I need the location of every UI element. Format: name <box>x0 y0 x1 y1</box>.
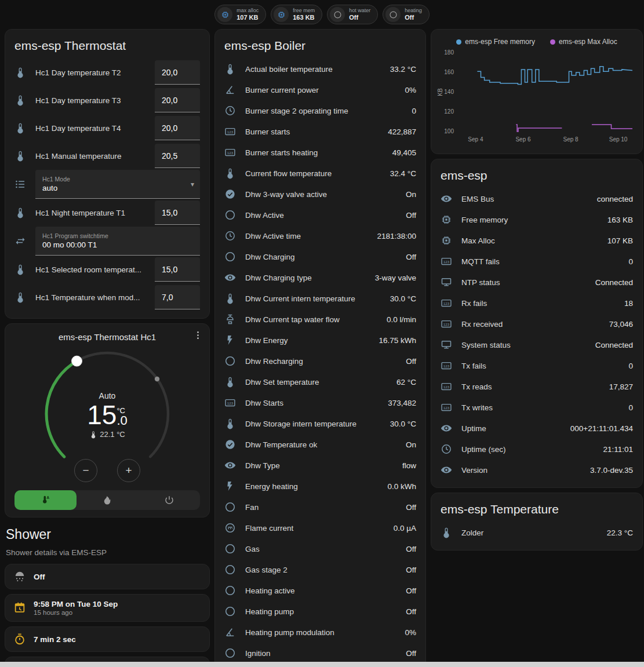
left-column: ems-esp Thermostat Hc1 Day temperature T… <box>5 29 210 667</box>
entity-value: 22.3 °C <box>607 529 633 537</box>
number-input[interactable]: 20,5 <box>155 144 200 168</box>
entity-row[interactable]: EMS Busconnected <box>441 188 633 209</box>
entity-row: Hc1 Day temperature T420,0 <box>14 114 200 142</box>
entity-row[interactable]: Actual boiler temperature33.2 °C <box>224 59 416 79</box>
entity-row[interactable]: IgnitionOff <box>224 643 416 664</box>
entity-row[interactable]: Zolder22.3 °C <box>441 522 633 543</box>
svg-text:123: 123 <box>443 322 450 326</box>
mode-button-heat[interactable] <box>77 490 139 510</box>
number-input[interactable]: 15,0 <box>155 257 200 282</box>
entity-row[interactable]: 123Tx fails0 <box>441 355 633 376</box>
entity-row[interactable]: Max Alloc107 KB <box>441 230 633 251</box>
entity-label: Fan <box>245 503 398 512</box>
entity-row[interactable]: Dhw Storage intern temperature30.0 °C <box>224 413 416 434</box>
entity-label: Energy heating <box>245 482 379 491</box>
thermometer-icon <box>14 291 27 303</box>
entity-row[interactable]: Uptime000+21:11:01.434 <box>441 418 633 439</box>
increase-temp-button[interactable]: + <box>117 459 140 482</box>
text-input[interactable]: Hc1 Program switchtime00 mo 00:00 T1 <box>35 227 200 256</box>
entity-label: Burner current power <box>245 86 396 94</box>
entity-value: 33.2 °C <box>390 65 416 74</box>
entity-row: Hc1 Night temperature T115,0 <box>14 199 200 227</box>
badge-heating[interactable]: heatingOff <box>383 5 430 24</box>
horizontal-scrollbar[interactable] <box>0 662 644 667</box>
entity-row[interactable]: 123Rx received73,046 <box>441 314 633 334</box>
mode-select[interactable]: Hc1 Modeauto▾ <box>35 170 200 199</box>
entity-row[interactable]: Dhw Current tap water flow0.0 l/min <box>224 309 416 330</box>
number-input[interactable]: 20,0 <box>155 60 200 85</box>
entity-row[interactable]: 123Tx reads17,827 <box>441 376 633 397</box>
chip-icon <box>441 214 453 225</box>
thermometer-icon <box>14 207 27 218</box>
entity-label: Max Alloc <box>461 236 599 245</box>
entity-row[interactable]: Dhw RechargingOff <box>224 351 416 371</box>
number-input[interactable]: 20,0 <box>155 88 200 112</box>
network-icon <box>441 339 453 351</box>
entity-row[interactable]: Dhw ChargingOff <box>224 246 416 267</box>
entity-row[interactable]: 123Tx writes0 <box>441 397 633 418</box>
eye-icon <box>441 464 453 476</box>
entity-row[interactable]: Version3.7.0-dev.35 <box>441 460 633 480</box>
entity-row[interactable]: 123Burner starts422,887 <box>224 121 416 142</box>
entity-label: Rx received <box>461 320 601 329</box>
more-options-icon[interactable] <box>192 330 203 343</box>
entity-row[interactable]: Energy heating0.0 kWh <box>224 476 416 497</box>
badge-free-mem[interactable]: free mem163 KB <box>271 5 322 24</box>
entity-row[interactable]: 123Rx fails18 <box>441 293 633 314</box>
entity-row[interactable]: 123Burner starts heating49,405 <box>224 142 416 163</box>
entity-label: Dhw Temperature ok <box>245 440 398 449</box>
number-input[interactable]: 7,0 <box>155 285 200 309</box>
entity-row[interactable]: Burner current power0% <box>224 79 416 100</box>
temperature-rows: Zolder22.3 °C <box>441 522 633 543</box>
badge-hot-water[interactable]: hot waterOff <box>327 5 378 24</box>
entity-value: 49,405 <box>392 148 416 157</box>
shower-last-card[interactable]: 9:58 PM on Tue 10 Sep 15 hours ago <box>5 594 210 622</box>
entity-value: 163 KB <box>607 216 633 224</box>
entity-row[interactable]: Dhw Set temperature62 °C <box>224 371 416 392</box>
shower-icon <box>13 570 26 583</box>
entity-row[interactable]: Dhw Active time2181:38:00 <box>224 225 416 246</box>
right-column: ems-esp Free memoryems-esp Max Alloc 100… <box>431 29 643 551</box>
entity-row[interactable]: 123MQTT fails0 <box>441 251 633 272</box>
entity-row[interactable]: Dhw Energy16.75 kWh <box>224 330 416 351</box>
mode-button-off[interactable] <box>138 490 200 510</box>
entity-row[interactable]: 123Dhw Starts373,482 <box>224 392 416 413</box>
entity-label: Dhw Current intern temperature <box>245 294 382 303</box>
entity-value: 0 <box>628 257 633 266</box>
entity-row: Hc1 Manual temperature20,5 <box>14 142 200 170</box>
legend-item[interactable]: ems-esp Free memory <box>456 38 535 46</box>
memory-history-card: ems-esp Free memoryems-esp Max Alloc 100… <box>431 29 643 154</box>
entity-row[interactable]: NTP statusConnected <box>441 272 633 293</box>
entity-row[interactable]: Dhw Current intern temperature30.0 °C <box>224 288 416 309</box>
entity-row[interactable]: Heating pumpOff <box>224 601 416 622</box>
entity-row[interactable]: Burner stage 2 operating time0 <box>224 100 416 121</box>
number-input[interactable]: 20,0 <box>155 116 200 140</box>
history-chart[interactable]: 100120140160180Sep 4Sep 6Sep 8Sep 10KB <box>437 47 638 149</box>
entity-row[interactable]: Current flow temperature32.4 °C <box>224 163 416 184</box>
entity-row[interactable]: Gas stage 2Off <box>224 559 416 580</box>
entity-row[interactable]: Free memory163 KB <box>441 209 633 230</box>
card-title: ems-esp Boiler <box>224 37 416 59</box>
entity-row[interactable]: GasOff <box>224 538 416 559</box>
entity-row[interactable]: Dhw Temperature okOn <box>224 434 416 455</box>
entity-row[interactable]: Dhw Charging type3-way valve <box>224 267 416 288</box>
number-input[interactable]: 15,0 <box>155 201 200 225</box>
svg-text:123: 123 <box>227 130 234 134</box>
legend-item[interactable]: ems-esp Max Alloc <box>550 38 617 46</box>
entity-row[interactable]: Heating pump modulation0% <box>224 622 416 643</box>
entity-label: Hc1 Night temperature T1 <box>35 209 147 217</box>
entity-row[interactable]: Heating activeOff <box>224 580 416 601</box>
badge-max-alloc[interactable]: max alloc107 KB <box>214 5 266 24</box>
entity-row[interactable]: Uptime (sec)21:11:01 <box>441 439 633 460</box>
decrease-temp-button[interactable]: − <box>74 459 97 482</box>
shower-duration-card[interactable]: 7 min 2 sec <box>5 626 210 652</box>
entity-row[interactable]: Dhw 3-way valve activeOn <box>224 184 416 205</box>
entity-row[interactable]: Dhw ActiveOff <box>224 205 416 225</box>
mode-button-auto[interactable]: A <box>14 490 77 510</box>
entity-row[interactable]: Flame current0.0 µA <box>224 517 416 538</box>
entity-row[interactable]: FanOff <box>224 497 416 517</box>
dial-handle[interactable] <box>72 356 82 366</box>
shower-state-card[interactable]: Off <box>5 564 210 589</box>
entity-row[interactable]: Dhw Typeflow <box>224 455 416 476</box>
entity-row[interactable]: System statusConnected <box>441 334 633 355</box>
